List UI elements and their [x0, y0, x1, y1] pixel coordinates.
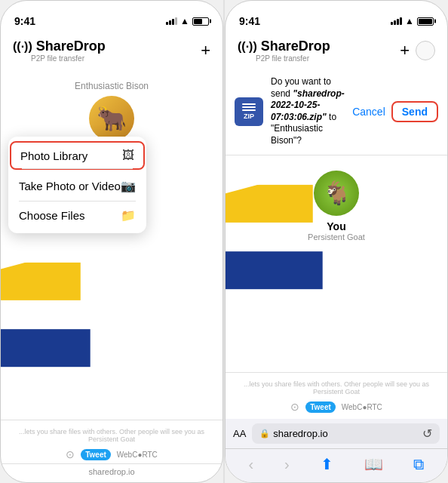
left-phone: 9:41 ▲ ((·)) ShareDrop P2P file transfer…: [0, 0, 223, 483]
app-subtitle-left: P2P file transfer: [31, 54, 106, 63]
tabs-button[interactable]: ⧉: [407, 454, 430, 475]
dialog-text: Do you want to send "sharedrop-2022-10-2…: [271, 76, 345, 147]
signal-icon-right: [391, 17, 402, 25]
folder-icon: 📁: [121, 208, 136, 223]
app-name-right: ShareDrop: [261, 38, 330, 54]
status-icons-right: ▲: [391, 16, 434, 26]
github-icon-right[interactable]: ⊙: [290, 401, 299, 413]
camera-icon: 📷: [121, 179, 136, 193]
app-footer-right: ...lets you share files with others. Oth…: [226, 372, 447, 419]
wifi-icon-left: ▲: [180, 16, 189, 26]
webrtc-link-right[interactable]: WebC●RTC: [342, 403, 382, 411]
back-button[interactable]: ‹: [242, 454, 259, 475]
add-button-right[interactable]: +: [400, 41, 410, 60]
choose-files-label: Choose Files: [19, 209, 85, 222]
photo-library-label: Photo Library: [20, 149, 87, 162]
wifi-logo-icon-right: ((·)): [238, 40, 257, 54]
footer-links-right: ⊙ Tweet WebC●RTC: [226, 401, 447, 413]
status-icons-left: ▲: [166, 16, 209, 26]
menu-item-photo-library[interactable]: Photo Library 🖼: [10, 141, 145, 170]
app-header-right: ((·)) ShareDrop P2P file transfer +: [226, 34, 447, 69]
dialog-bar: ZIP Do you want to send "sharedrop-2022-…: [226, 69, 447, 155]
browser-url-bar-container: AA 🔒 sharedrop.io ↺: [226, 419, 447, 448]
goat-emoji: 🐐: [323, 180, 351, 206]
right-phone: 9:41 ▲ ((·)) ShareDrop P2P file transfer…: [225, 0, 448, 483]
app-header-left: ((·)) ShareDrop P2P file transfer +: [1, 34, 222, 69]
browser-aa[interactable]: AA: [233, 428, 246, 439]
url-bar[interactable]: 🔒 sharedrop.io ↺: [252, 423, 440, 444]
add-button-left[interactable]: +: [201, 41, 210, 60]
cancel-button[interactable]: Cancel: [352, 106, 385, 118]
forward-button[interactable]: ›: [278, 454, 296, 475]
signal-icon-left: [166, 17, 177, 25]
share-button[interactable]: ⬆: [315, 454, 339, 475]
footer-username-left: Persistent Goat: [88, 435, 135, 443]
app-logo-right: ((·)) ShareDrop P2P file transfer: [238, 38, 330, 63]
app-footer-left: ...lets you share files with others. Oth…: [1, 420, 222, 482]
webrtc-link-left[interactable]: WebC●RTC: [117, 451, 158, 459]
send-button[interactable]: Send: [391, 101, 438, 122]
photo-library-icon: 🖼: [122, 149, 134, 162]
avatar-left[interactable]: 🐂: [89, 96, 134, 141]
avatar-small-right: [416, 41, 435, 60]
url-text: sharedrop.io: [273, 428, 327, 439]
bg-decoration-left: [1, 248, 112, 395]
footer-links-left: ⊙ Tweet WebC●RTC: [1, 448, 222, 460]
time-right: 9:41: [239, 15, 260, 27]
menu-item-choose-files[interactable]: Choose Files 📁: [8, 201, 146, 230]
lock-icon: 🔒: [259, 429, 270, 438]
tweet-button-right[interactable]: Tweet: [305, 401, 336, 413]
tweet-button-left[interactable]: Tweet: [81, 449, 111, 460]
menu-item-take-photo[interactable]: Take Photo or Video 📷: [8, 171, 146, 201]
browser-nav-bar: ‹ › ⬆ 📖 ⧉: [226, 448, 447, 482]
app-subtitle-right: P2P file transfer: [256, 54, 330, 63]
context-menu: Photo Library 🖼 Take Photo or Video 📷 Ch…: [8, 137, 146, 233]
zip-file-icon: ZIP: [235, 97, 263, 126]
battery-icon-left: [192, 17, 209, 26]
app-name-left: ShareDrop: [36, 38, 106, 54]
app-logo-left: ((·)) ShareDrop P2P file transfer: [13, 38, 106, 63]
take-photo-label: Take Photo or Video: [19, 180, 121, 192]
footer-desc-left: ...lets you share files with others. Oth…: [1, 425, 222, 446]
app-title-right: ((·)) ShareDrop: [238, 38, 330, 54]
avatar-label-left: Enthusiastic Bison: [75, 81, 149, 91]
status-bar-left: 9:41 ▲: [1, 1, 222, 34]
domain-left: sharedrop.io: [88, 467, 134, 476]
avatar-area-left: Enthusiastic Bison 🐂: [1, 69, 222, 141]
bison-emoji: 🐂: [97, 104, 127, 133]
bookmarks-button[interactable]: 📖: [358, 454, 389, 475]
wifi-logo-icon-left: ((·)): [13, 40, 32, 54]
app-title-left: ((·)) ShareDrop: [13, 38, 106, 54]
app-content-right: 🐐 You Persistent Goat: [226, 155, 447, 372]
reload-icon[interactable]: ↺: [422, 426, 432, 441]
dialog-actions: Cancel Send: [352, 101, 438, 122]
footer-username-right: Persistent Goat: [313, 388, 360, 395]
status-bar-right: 9:41 ▲: [226, 1, 447, 34]
time-left: 9:41: [14, 15, 35, 27]
app-content-left: Enthusiastic Bison 🐂 Photo Library 🖼 Tak…: [1, 69, 222, 420]
battery-icon-right: [417, 17, 434, 26]
wifi-icon-right: ▲: [405, 16, 414, 26]
github-icon-left[interactable]: ⊙: [66, 448, 75, 460]
footer-desc-right: ...lets you share files with others. Oth…: [226, 377, 447, 398]
